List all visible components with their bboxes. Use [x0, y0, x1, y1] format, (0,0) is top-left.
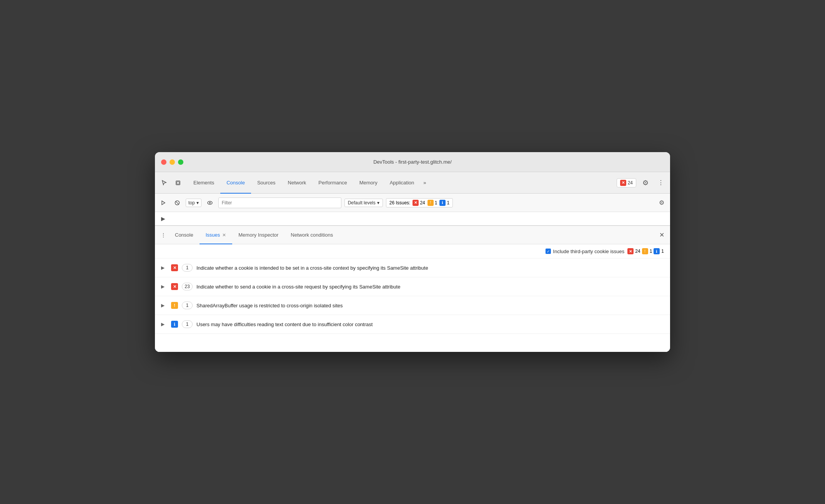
block-icon-button[interactable] [172, 197, 183, 208]
drawer-more-button[interactable]: ⋮ [158, 230, 169, 240]
drawer-tab-issues[interactable]: Issues ✕ [200, 226, 233, 244]
error-icon: ✕ [412, 200, 419, 206]
drawer-info-count: 1 [661, 249, 664, 254]
info-badge-icon: ℹ [654, 248, 660, 254]
issue-count-badge: 1 [182, 320, 193, 328]
log-levels-button[interactable]: Default levels ▾ [344, 199, 383, 207]
more-menu-button[interactable]: ⋮ [655, 177, 667, 189]
issue-text: Indicate whether to send a cookie in a c… [196, 284, 400, 290]
issues-panel: ✓ Include third-party cookie issues ✕ 24… [155, 244, 670, 352]
main-tab-nav: Elements Console Sources Network Perform… [187, 172, 617, 194]
svg-marker-2 [162, 201, 165, 205]
chevron-down-icon: ▾ [196, 200, 199, 206]
issues-header: ✓ Include third-party cookie issues ✕ 24… [155, 244, 670, 259]
drawer-tab-bar: ⋮ Console Issues ✕ Memory Inspector Netw… [155, 226, 670, 244]
chevron-down-icon: ▾ [377, 200, 379, 206]
console-settings-button[interactable]: ⚙ [656, 197, 667, 208]
svg-point-6 [209, 202, 211, 204]
toolbar-right: ✕ 24 ⚙ ⋮ [617, 177, 667, 189]
drawer-tab-network-conditions[interactable]: Network conditions [284, 226, 339, 244]
context-selector[interactable]: top ▾ [186, 199, 201, 207]
issue-error-icon: ✕ [171, 264, 178, 271]
drawer-error-count: 24 [635, 249, 640, 254]
error-icon: ✕ [620, 180, 626, 186]
warning-count-group: ! 1 [427, 200, 437, 206]
issue-text: Users may have difficulties reading text… [196, 322, 373, 327]
drawer-tab-console[interactable]: Console [169, 226, 200, 244]
issues-count-label: 26 Issues: [389, 200, 411, 206]
console-toolbar: top ▾ Default levels ▾ 26 Issues: ✕ 24 !… [155, 194, 670, 212]
drawer-tab-issues-close[interactable]: ✕ [222, 232, 226, 238]
issue-text: SharedArrayBuffer usage is restricted to… [196, 303, 343, 308]
expand-icon: ▶ [161, 265, 167, 270]
warning-count: 1 [435, 200, 437, 206]
tab-application[interactable]: Application [384, 172, 421, 194]
info-icon: ℹ [439, 200, 446, 206]
expand-icon: ▶ [161, 322, 167, 327]
issue-row[interactable]: ▶ ✕ 23 Indicate whether to send a cookie… [155, 277, 670, 296]
tab-network[interactable]: Network [282, 172, 313, 194]
error-count: 24 [420, 200, 425, 206]
devtools-window: DevTools - first-party-test.glitch.me/ E… [155, 152, 670, 352]
error-badge-icon: ✕ [627, 248, 634, 254]
tab-memory[interactable]: Memory [353, 172, 384, 194]
maximize-button[interactable] [178, 159, 183, 165]
title-bar: DevTools - first-party-test.glitch.me/ [155, 152, 670, 172]
close-button[interactable] [161, 159, 166, 165]
toolbar-icons [158, 177, 184, 189]
minimize-button[interactable] [170, 159, 175, 165]
issue-error-icon: ✕ [171, 283, 178, 290]
issue-text: Indicate whether a cookie is intended to… [196, 265, 428, 271]
issues-summary-badges: ✕ 24 ! 1 ℹ 1 [627, 248, 664, 254]
run-icon-button[interactable] [158, 197, 169, 208]
tab-more-button[interactable]: » [420, 172, 429, 194]
drawer: ⋮ Console Issues ✕ Memory Inspector Netw… [155, 225, 670, 352]
drawer-tab-memory-inspector[interactable]: Memory Inspector [232, 226, 284, 244]
third-party-checkbox[interactable]: ✓ [546, 249, 551, 254]
issue-row[interactable]: ▶ ! 1 SharedArrayBuffer usage is restric… [155, 296, 670, 315]
eye-icon-button[interactable] [205, 197, 215, 208]
settings-button[interactable]: ⚙ [639, 177, 652, 189]
tab-elements[interactable]: Elements [187, 172, 220, 194]
layers-icon-button[interactable] [172, 177, 184, 189]
issue-row[interactable]: ▶ ✕ 1 Indicate whether a cookie is inten… [155, 259, 670, 277]
svg-rect-1 [177, 182, 179, 184]
drawer-warning-count: 1 [650, 249, 652, 254]
context-label: top [188, 200, 195, 206]
issue-count-badge: 1 [182, 264, 193, 272]
filter-input[interactable] [218, 197, 341, 208]
error-count: 24 [628, 180, 633, 186]
warning-badge-icon: ! [642, 248, 648, 254]
expand-icon: ▶ [161, 303, 167, 308]
tab-sources[interactable]: Sources [251, 172, 282, 194]
third-party-checkbox-label[interactable]: ✓ Include third-party cookie issues [546, 249, 625, 254]
info-count: 1 [447, 200, 449, 206]
window-title: DevTools - first-party-test.glitch.me/ [373, 159, 452, 165]
traffic-lights [161, 159, 183, 165]
issue-info-icon: ℹ [171, 321, 178, 328]
issues-count-bar[interactable]: 26 Issues: ✕ 24 ! 1 ℹ 1 [386, 198, 453, 207]
tab-console[interactable]: Console [220, 172, 251, 194]
issue-count-badge: 1 [182, 302, 193, 309]
expand-output-button[interactable]: ▶ [161, 216, 165, 222]
issue-row[interactable]: ▶ ℹ 1 Users may have difficulties readin… [155, 315, 670, 334]
console-output-area: ▶ [155, 212, 670, 225]
drawer-close-button[interactable]: ✕ [656, 230, 667, 240]
warning-icon: ! [427, 200, 434, 206]
issue-count-badge: 23 [182, 283, 193, 290]
tab-performance[interactable]: Performance [312, 172, 353, 194]
info-count-group: ℹ 1 [439, 200, 449, 206]
expand-icon: ▶ [161, 284, 167, 289]
issue-warning-icon: ! [171, 302, 178, 309]
cursor-icon-button[interactable] [158, 177, 170, 189]
issues-badge[interactable]: ✕ 24 [617, 178, 636, 187]
error-count-group: ✕ 24 [412, 200, 425, 206]
svg-line-4 [176, 201, 179, 204]
main-toolbar: Elements Console Sources Network Perform… [155, 172, 670, 194]
